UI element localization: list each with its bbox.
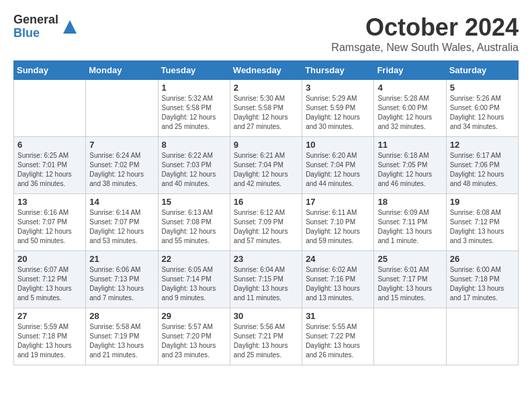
- day-info: Sunrise: 5:55 AM Sunset: 7:22 PM Dayligh…: [306, 322, 370, 360]
- calendar-cell: 28Sunrise: 5:58 AM Sunset: 7:19 PM Dayli…: [86, 308, 158, 365]
- week-row-5: 27Sunrise: 5:59 AM Sunset: 7:18 PM Dayli…: [14, 308, 519, 365]
- day-number: 30: [234, 311, 298, 321]
- day-number: 31: [306, 311, 370, 321]
- day-number: 13: [17, 197, 82, 207]
- calendar-cell: 26Sunrise: 6:00 AM Sunset: 7:18 PM Dayli…: [446, 251, 518, 308]
- calendar-table: SundayMondayTuesdayWednesdayThursdayFrid…: [13, 60, 519, 365]
- calendar-cell: 14Sunrise: 6:14 AM Sunset: 7:07 PM Dayli…: [86, 194, 158, 251]
- day-info: Sunrise: 5:28 AM Sunset: 6:00 PM Dayligh…: [378, 94, 442, 132]
- day-number: 11: [378, 140, 442, 150]
- logo-general: General: [13, 13, 58, 27]
- calendar-cell: 11Sunrise: 6:18 AM Sunset: 7:05 PM Dayli…: [374, 137, 446, 194]
- page-header: General Blue October 2024 Ramsgate, New …: [13, 13, 519, 54]
- day-info: Sunrise: 6:13 AM Sunset: 7:08 PM Dayligh…: [162, 208, 226, 246]
- calendar-cell: 18Sunrise: 6:09 AM Sunset: 7:11 PM Dayli…: [374, 194, 446, 251]
- day-number: 21: [89, 254, 154, 264]
- day-info: Sunrise: 6:14 AM Sunset: 7:07 PM Dayligh…: [89, 208, 154, 246]
- day-info: Sunrise: 6:08 AM Sunset: 7:12 PM Dayligh…: [450, 208, 515, 246]
- day-info: Sunrise: 6:17 AM Sunset: 7:06 PM Dayligh…: [450, 151, 515, 189]
- day-number: 3: [306, 83, 370, 93]
- day-number: 9: [234, 140, 298, 150]
- day-info: Sunrise: 5:57 AM Sunset: 7:20 PM Dayligh…: [162, 322, 226, 360]
- calendar-cell: 1Sunrise: 5:32 AM Sunset: 5:58 PM Daylig…: [158, 80, 230, 137]
- week-row-2: 6Sunrise: 6:25 AM Sunset: 7:01 PM Daylig…: [14, 137, 519, 194]
- day-number: 22: [162, 254, 226, 264]
- day-number: 7: [89, 140, 154, 150]
- weekday-header-row: SundayMondayTuesdayWednesdayThursdayFrid…: [14, 61, 519, 80]
- day-number: 25: [378, 254, 442, 264]
- day-number: 2: [234, 83, 298, 93]
- day-number: 20: [17, 254, 82, 264]
- day-number: 4: [378, 83, 442, 93]
- calendar-cell: 25Sunrise: 6:01 AM Sunset: 7:17 PM Dayli…: [374, 251, 446, 308]
- day-info: Sunrise: 6:22 AM Sunset: 7:03 PM Dayligh…: [162, 151, 226, 189]
- day-number: 26: [450, 254, 515, 264]
- logo: General Blue: [13, 13, 80, 40]
- location-subtitle: Ramsgate, New South Wales, Australia: [331, 42, 519, 54]
- weekday-header-wednesday: Wednesday: [230, 61, 302, 80]
- weekday-header-friday: Friday: [374, 61, 446, 80]
- day-info: Sunrise: 5:58 AM Sunset: 7:19 PM Dayligh…: [89, 322, 154, 360]
- day-info: Sunrise: 6:18 AM Sunset: 7:05 PM Dayligh…: [378, 151, 442, 189]
- day-info: Sunrise: 6:20 AM Sunset: 7:04 PM Dayligh…: [306, 151, 370, 189]
- calendar-cell: 6Sunrise: 6:25 AM Sunset: 7:01 PM Daylig…: [14, 137, 86, 194]
- calendar-cell: 2Sunrise: 5:30 AM Sunset: 5:58 PM Daylig…: [230, 80, 302, 137]
- day-info: Sunrise: 6:09 AM Sunset: 7:11 PM Dayligh…: [378, 208, 442, 246]
- logo-blue: Blue: [13, 27, 58, 40]
- logo-icon: [60, 17, 80, 37]
- day-number: 19: [450, 197, 515, 207]
- day-info: Sunrise: 6:07 AM Sunset: 7:12 PM Dayligh…: [17, 265, 82, 303]
- day-info: Sunrise: 5:26 AM Sunset: 6:00 PM Dayligh…: [450, 94, 515, 132]
- calendar-cell: 16Sunrise: 6:12 AM Sunset: 7:09 PM Dayli…: [230, 194, 302, 251]
- week-row-4: 20Sunrise: 6:07 AM Sunset: 7:12 PM Dayli…: [14, 251, 519, 308]
- day-info: Sunrise: 6:21 AM Sunset: 7:04 PM Dayligh…: [234, 151, 298, 189]
- calendar-cell: 4Sunrise: 5:28 AM Sunset: 6:00 PM Daylig…: [374, 80, 446, 137]
- calendar-cell: 27Sunrise: 5:59 AM Sunset: 7:18 PM Dayli…: [14, 308, 86, 365]
- day-number: 14: [89, 197, 154, 207]
- calendar-cell: 21Sunrise: 6:06 AM Sunset: 7:13 PM Dayli…: [86, 251, 158, 308]
- day-info: Sunrise: 5:32 AM Sunset: 5:58 PM Dayligh…: [162, 94, 226, 132]
- day-number: 27: [17, 311, 82, 321]
- calendar-cell: [86, 80, 158, 137]
- day-info: Sunrise: 6:06 AM Sunset: 7:13 PM Dayligh…: [89, 265, 154, 303]
- calendar-cell: 24Sunrise: 6:02 AM Sunset: 7:16 PM Dayli…: [302, 251, 374, 308]
- svg-marker-0: [63, 20, 77, 34]
- day-info: Sunrise: 5:56 AM Sunset: 7:21 PM Dayligh…: [234, 322, 298, 360]
- calendar-cell: [14, 80, 86, 137]
- day-number: 5: [450, 83, 515, 93]
- day-info: Sunrise: 6:01 AM Sunset: 7:17 PM Dayligh…: [378, 265, 442, 303]
- weekday-header-saturday: Saturday: [446, 61, 518, 80]
- calendar-cell: 12Sunrise: 6:17 AM Sunset: 7:06 PM Dayli…: [446, 137, 518, 194]
- day-info: Sunrise: 6:02 AM Sunset: 7:16 PM Dayligh…: [306, 265, 370, 303]
- day-number: 29: [162, 311, 226, 321]
- weekday-header-monday: Monday: [86, 61, 158, 80]
- month-title: October 2024: [331, 13, 519, 42]
- weekday-header-thursday: Thursday: [302, 61, 374, 80]
- title-block: October 2024 Ramsgate, New South Wales, …: [331, 13, 519, 54]
- week-row-1: 1Sunrise: 5:32 AM Sunset: 5:58 PM Daylig…: [14, 80, 519, 137]
- calendar-cell: 20Sunrise: 6:07 AM Sunset: 7:12 PM Dayli…: [14, 251, 86, 308]
- calendar-cell: [374, 308, 446, 365]
- day-number: 28: [89, 311, 154, 321]
- calendar-cell: 19Sunrise: 6:08 AM Sunset: 7:12 PM Dayli…: [446, 194, 518, 251]
- calendar-cell: 29Sunrise: 5:57 AM Sunset: 7:20 PM Dayli…: [158, 308, 230, 365]
- calendar-cell: 22Sunrise: 6:05 AM Sunset: 7:14 PM Dayli…: [158, 251, 230, 308]
- day-info: Sunrise: 5:29 AM Sunset: 5:59 PM Dayligh…: [306, 94, 370, 132]
- day-info: Sunrise: 6:12 AM Sunset: 7:09 PM Dayligh…: [234, 208, 298, 246]
- day-number: 8: [162, 140, 226, 150]
- day-number: 16: [234, 197, 298, 207]
- day-number: 1: [162, 83, 226, 93]
- day-number: 6: [17, 140, 82, 150]
- day-number: 24: [306, 254, 370, 264]
- day-info: Sunrise: 6:11 AM Sunset: 7:10 PM Dayligh…: [306, 208, 370, 246]
- calendar-cell: 30Sunrise: 5:56 AM Sunset: 7:21 PM Dayli…: [230, 308, 302, 365]
- calendar-cell: 3Sunrise: 5:29 AM Sunset: 5:59 PM Daylig…: [302, 80, 374, 137]
- week-row-3: 13Sunrise: 6:16 AM Sunset: 7:07 PM Dayli…: [14, 194, 519, 251]
- calendar-cell: 17Sunrise: 6:11 AM Sunset: 7:10 PM Dayli…: [302, 194, 374, 251]
- calendar-cell: 13Sunrise: 6:16 AM Sunset: 7:07 PM Dayli…: [14, 194, 86, 251]
- day-info: Sunrise: 5:59 AM Sunset: 7:18 PM Dayligh…: [17, 322, 82, 360]
- weekday-header-sunday: Sunday: [14, 61, 86, 80]
- day-info: Sunrise: 6:25 AM Sunset: 7:01 PM Dayligh…: [17, 151, 82, 189]
- calendar-cell: 5Sunrise: 5:26 AM Sunset: 6:00 PM Daylig…: [446, 80, 518, 137]
- day-number: 18: [378, 197, 442, 207]
